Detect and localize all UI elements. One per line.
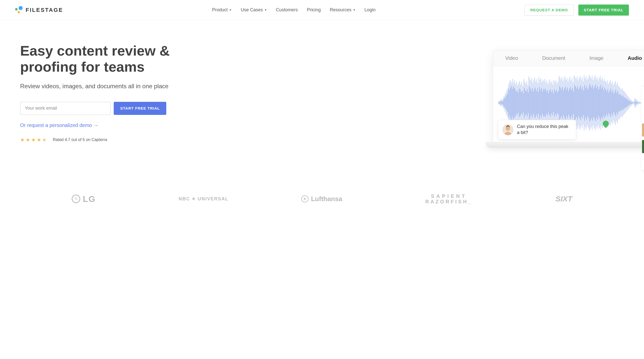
comment-card[interactable]: Can you reduce this peak a bit? [498,120,576,139]
nav-login-label: Login [365,7,376,13]
client-logos: LG NBC ✶ UNIVERSAL ✈ Lufthansa SAPIENT R… [0,181,644,217]
star-icon: ★ [37,137,41,143]
audio-waveform-area: Can you reduce this peak a bit? [493,66,644,142]
lg-icon [72,195,80,203]
chevron-down-icon: ▼ [229,9,232,11]
tab-video[interactable]: Video [503,55,520,61]
preview-tabs: Video Document Image Audio [493,50,644,66]
nav-use-cases[interactable]: Use Cases ▼ [241,7,267,13]
hero-subtitle: Review videos, images, and documents all… [20,83,211,90]
client-sr-line1: SAPIENT [431,193,467,199]
laptop-base [486,142,644,148]
client-lufthansa: ✈ Lufthansa [301,195,342,203]
comment-text: Can you reduce this peak a bit? [517,124,572,136]
preview-screen: Video Document Image Audio [493,50,644,142]
svg-point-292 [75,198,75,198]
phone-preview-edge [641,85,644,171]
nav-login[interactable]: Login [365,7,376,13]
client-nbc-universal: NBC ✶ UNIVERSAL [179,191,218,207]
request-demo-button[interactable]: REQUEST A DEMO [525,5,574,16]
star-icon: ★ [20,137,25,143]
hero-section: Easy content review & proofing for teams… [0,20,644,181]
phone-thumb-2 [642,140,644,153]
primary-nav: Product ▼ Use Cases ▼ Customers Pricing … [212,7,376,13]
tab-audio[interactable]: Audio [625,55,644,61]
top-nav: FILESTAGE Product ▼ Use Cases ▼ Customer… [0,0,644,20]
client-sr-line2: RAZORFISH_ [425,199,472,204]
request-demo-link[interactable]: Or request a personalized demo → [20,122,98,128]
hero-start-trial-button[interactable]: START FREE TRIAL [114,102,166,115]
product-preview: Video Document Image Audio [493,50,644,148]
nav-cta-group: REQUEST A DEMO START FREE TRIAL [525,5,629,16]
nav-product[interactable]: Product ▼ [212,7,232,13]
client-sixt-label: SIXT [555,195,572,203]
tab-image[interactable]: Image [587,55,606,61]
nav-resources[interactable]: Resources ▼ [330,7,355,13]
brand-mark-icon [15,6,23,14]
nav-customers-label: Customers [276,7,298,13]
nav-customers[interactable]: Customers [276,7,298,13]
signup-form: START FREE TRIAL [20,102,211,115]
hero-title: Easy content review & proofing for teams [20,43,211,75]
start-free-trial-button[interactable]: START FREE TRIAL [578,5,629,16]
lufthansa-icon: ✈ [301,195,308,202]
brand-logo[interactable]: FILESTAGE [15,6,63,14]
phone-thumb-1 [642,123,644,137]
nav-resources-label: Resources [330,7,351,13]
client-sapient-razorfish: SAPIENT RAZORFISH_ [425,193,472,204]
brand-name: FILESTAGE [26,7,63,13]
star-icon: ★ [26,137,30,143]
nav-product-label: Product [212,7,228,13]
star-icon: ★ [31,137,36,143]
hero-copy: Easy content review & proofing for teams… [20,43,211,181]
client-nbc-label: NBC ✶ UNIVERSAL [179,196,228,202]
star-half-icon: ★ [42,137,47,143]
rating-stars: ★ ★ ★ ★ ★ [20,137,47,143]
tab-document[interactable]: Document [540,55,568,61]
email-input[interactable] [20,102,111,115]
client-lg: LG [72,194,96,204]
chevron-down-icon: ▼ [264,9,267,11]
nav-pricing[interactable]: Pricing [307,7,321,13]
client-sixt: SIXT [555,195,572,203]
rating-row: ★ ★ ★ ★ ★ Rated 4.7 out of 5 on Capterra [20,137,211,143]
avatar [502,124,513,135]
client-lg-label: LG [83,194,96,204]
chevron-down-icon: ▼ [353,9,355,11]
nav-pricing-label: Pricing [307,7,321,13]
client-lufthansa-label: Lufthansa [311,195,342,203]
rating-text: Rated 4.7 out of 5 on Capterra [53,138,107,142]
nav-use-cases-label: Use Cases [241,7,263,13]
